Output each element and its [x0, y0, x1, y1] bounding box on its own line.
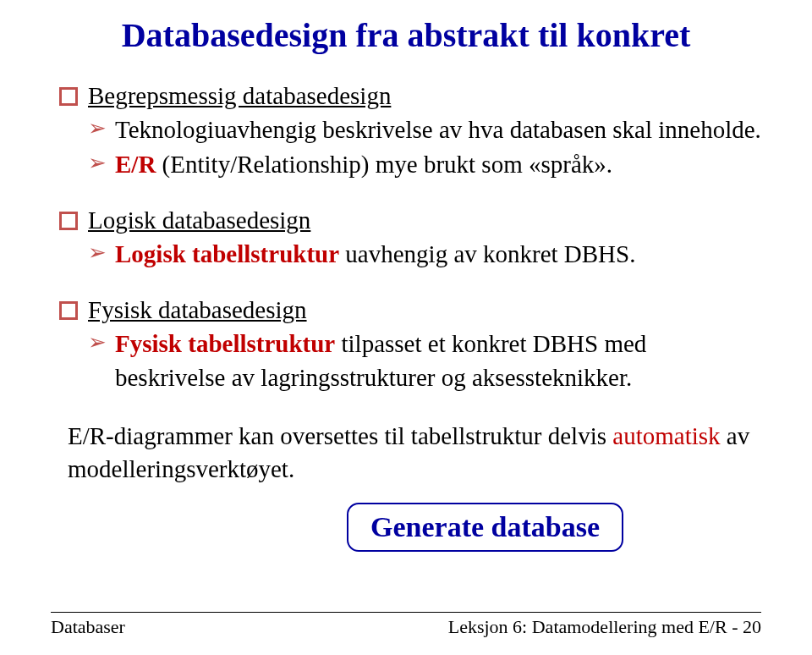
section-header: Logisk databasedesign: [59, 206, 761, 234]
item-text: Fysisk tabellstruktur tilpasset et konkr…: [115, 328, 761, 394]
slide-footer: Databaser Leksjon 6: Datamodellering med…: [51, 612, 761, 638]
list-item: ➢ E/R (Entity/Relationship) mye brukt so…: [88, 148, 761, 181]
square-bullet-icon: [59, 301, 78, 320]
text-span: (Entity/Relationship) mye brukt som «spr…: [156, 151, 612, 178]
arrow-bullet-icon: ➢: [88, 329, 107, 355]
generate-database-box: Generate database: [347, 503, 623, 552]
item-text: E/R (Entity/Relationship) mye brukt som …: [115, 148, 612, 181]
square-bullet-icon: [59, 212, 78, 230]
footer-right: Leksjon 6: Datamodellering med E/R - 20: [448, 616, 761, 638]
section-header: Fysisk databasedesign: [59, 296, 761, 324]
highlight-text: automatisk: [612, 422, 720, 449]
footer-content: Databaser Leksjon 6: Datamodellering med…: [51, 616, 761, 638]
slide: Databasedesign fra abstrakt til konkret …: [0, 0, 812, 655]
highlight-text: Fysisk tabellstruktur: [115, 330, 335, 357]
list-item: ➢ Logisk tabellstruktur uavhengig av kon…: [88, 238, 761, 271]
page-title: Databasedesign fra abstrakt til konkret: [51, 15, 761, 55]
highlight-text: Logisk tabellstruktur: [115, 240, 339, 267]
text-span: uavhengig av konkret DBHS.: [339, 240, 635, 267]
arrow-bullet-icon: ➢: [88, 150, 107, 176]
footer-divider: [51, 612, 761, 613]
section-logisk: Logisk databasedesign ➢ Logisk tabellstr…: [59, 206, 761, 271]
square-bullet-icon: [59, 87, 78, 106]
item-text: Teknologiuavhengig beskrivelse av hva da…: [115, 113, 761, 146]
arrow-bullet-icon: ➢: [88, 239, 107, 266]
generate-label: Generate database: [370, 511, 600, 542]
section-title: Fysisk databasedesign: [88, 296, 307, 324]
section-begrepsmessig: Begrepsmessig databasedesign ➢ Teknologi…: [59, 82, 761, 181]
arrow-bullet-icon: ➢: [88, 115, 107, 141]
section-title: Begrepsmessig databasedesign: [88, 82, 391, 110]
section-header: Begrepsmessig databasedesign: [59, 82, 761, 110]
text-span: Teknologiuavhengig beskrivelse av hva da…: [115, 116, 761, 143]
highlight-text: E/R: [115, 151, 156, 178]
list-item: ➢ Teknologiuavhengig beskrivelse av hva …: [88, 113, 761, 146]
section-title: Logisk databasedesign: [88, 206, 310, 234]
footer-left: Databaser: [51, 616, 125, 638]
section-fysisk: Fysisk databasedesign ➢ Fysisk tabellstr…: [59, 296, 761, 394]
item-text: Logisk tabellstruktur uavhengig av konkr…: [115, 238, 635, 271]
list-item: ➢ Fysisk tabellstruktur tilpasset et kon…: [88, 328, 761, 394]
bottom-paragraph: E/R-diagrammer kan oversettes til tabell…: [68, 420, 761, 486]
text-span: E/R-diagrammer kan oversettes til tabell…: [68, 422, 612, 449]
content-area: Begrepsmessig databasedesign ➢ Teknologi…: [51, 82, 761, 621]
